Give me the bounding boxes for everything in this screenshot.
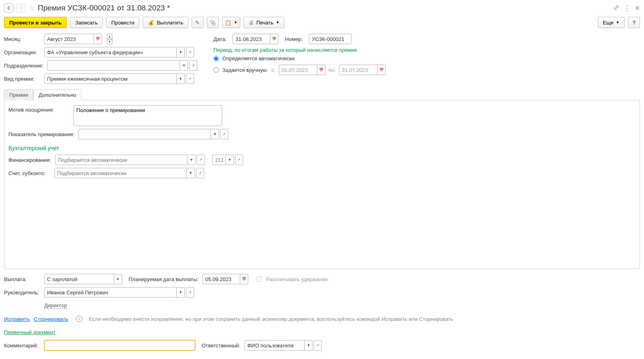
- payment-dropdown-button[interactable]: ▼: [114, 274, 122, 284]
- post-button[interactable]: Провести: [106, 17, 140, 28]
- account-dropdown-button[interactable]: ▼: [187, 168, 195, 178]
- link-icon[interactable]: [613, 4, 619, 12]
- fix-hint: Если необходимо внести исправление, но п…: [89, 316, 453, 322]
- period-from-input: [279, 65, 317, 75]
- motive-textarea[interactable]: [74, 105, 222, 126]
- account-open-button[interactable]: ↗: [196, 168, 204, 178]
- dept-label: Подразделение:: [4, 63, 43, 69]
- calc-deductions-checkbox: [256, 276, 262, 282]
- tab-bonuses[interactable]: Премии: [4, 90, 33, 100]
- tab-bar: Премии Дополнительно: [4, 89, 640, 100]
- date-input[interactable]: [233, 34, 270, 44]
- save-button[interactable]: Записать: [70, 17, 103, 28]
- planned-date-label: Планируемая дата выплаты:: [129, 276, 198, 282]
- favorite-star-icon[interactable]: ☆: [28, 3, 35, 13]
- indicator-dropdown-button[interactable]: ▼: [211, 129, 219, 139]
- primary-doc-link[interactable]: Первичный документ: [4, 329, 55, 335]
- org-label: Организация:: [4, 49, 40, 55]
- period-auto-label: Определяется автоматически: [222, 55, 294, 61]
- responsible-label: Ответственный:: [202, 343, 240, 349]
- clipboard-dropdown-button[interactable]: 📋 ▼: [222, 17, 240, 28]
- responsible-open-button[interactable]: ↗: [314, 340, 322, 351]
- month-down-button[interactable]: ▾: [107, 39, 112, 44]
- period-heading: Период, по итогам работы за который начи…: [213, 47, 385, 53]
- bonus-type-open-button[interactable]: ↗: [186, 73, 194, 84]
- more-button[interactable]: Еще ▼: [598, 17, 625, 28]
- period-to-label: по:: [329, 67, 336, 73]
- org-input[interactable]: [44, 47, 177, 57]
- month-up-button[interactable]: ▴: [107, 34, 112, 39]
- indicator-label: Показатель премирования:: [8, 131, 74, 137]
- kebab-menu-icon[interactable]: ⋮: [624, 4, 631, 12]
- number-input[interactable]: [309, 34, 352, 44]
- period-auto-radio[interactable]: [213, 56, 219, 61]
- account-input[interactable]: [54, 168, 187, 178]
- period-to-input: [339, 65, 378, 75]
- calendar-icon: 📅: [96, 37, 100, 41]
- head-position-link[interactable]: Директор: [44, 302, 67, 309]
- kosgu-dropdown-button[interactable]: ▼: [226, 155, 234, 165]
- responsible-dropdown-button[interactable]: ▼: [305, 340, 313, 351]
- fix-link[interactable]: Исправить: [4, 316, 30, 322]
- payout-icon: 💰: [148, 20, 154, 26]
- printer-icon: 🖨: [249, 20, 254, 26]
- calendar-icon: 📅: [319, 68, 323, 72]
- period-from-label: с:: [272, 67, 276, 73]
- payout-label: Выплатить: [157, 20, 183, 26]
- responsible-input[interactable]: [244, 340, 305, 351]
- nav-forward-button[interactable]: [16, 3, 26, 13]
- financing-dropdown-button[interactable]: ▼: [188, 155, 196, 165]
- head-open-button[interactable]: ↗: [186, 287, 194, 298]
- clipboard-icon: 📋: [225, 20, 231, 26]
- account-label: Счет, субконто:: [8, 170, 50, 176]
- financing-open-button[interactable]: ↗: [197, 155, 205, 165]
- dept-open-button[interactable]: ↗: [189, 60, 197, 71]
- comment-label: Комментарий:: [4, 343, 40, 349]
- payment-input[interactable]: [44, 274, 114, 284]
- bonus-type-input[interactable]: [44, 73, 177, 84]
- more-label: Еще: [603, 20, 613, 26]
- motive-label: Мотив поощрения:: [8, 105, 70, 113]
- post-and-close-button[interactable]: Провести и закрыть: [4, 17, 67, 28]
- head-input[interactable]: [44, 287, 177, 298]
- print-button[interactable]: 🖨 Печать ▼: [243, 17, 285, 28]
- dept-input[interactable]: [47, 60, 180, 71]
- calendar-icon: 📅: [272, 37, 276, 41]
- page-title: Премия УСЗК-000021 от 31.08.2023 *: [38, 4, 611, 12]
- chevron-down-icon: ▼: [616, 20, 619, 24]
- indicator-open-button[interactable]: ↗: [220, 129, 228, 139]
- date-calendar-button[interactable]: 📅: [270, 34, 278, 44]
- pencil-icon: ✎: [195, 20, 200, 26]
- tab-panel-additional: Мотив поощрения: Показатель премирования…: [4, 100, 640, 269]
- help-button[interactable]: ?: [628, 17, 640, 28]
- chevron-down-icon: ▼: [276, 20, 279, 24]
- storno-link[interactable]: Сторнировать: [34, 316, 68, 322]
- comment-input[interactable]: [44, 340, 195, 351]
- attach-button[interactable]: 📎: [207, 17, 219, 28]
- planned-date-calendar-button[interactable]: 📅: [240, 274, 248, 284]
- period-manual-radio[interactable]: [213, 67, 219, 73]
- date-label: Дата:: [213, 36, 229, 42]
- highlight-button[interactable]: ✎: [192, 17, 204, 28]
- kosgu-open-button[interactable]: ↗: [235, 155, 243, 165]
- financing-input[interactable]: [55, 155, 188, 165]
- payout-button[interactable]: 💰 Выплатить: [143, 17, 188, 28]
- month-input[interactable]: [44, 34, 94, 44]
- calendar-icon: 📅: [242, 277, 246, 281]
- period-to-calendar-button: 📅: [378, 65, 386, 75]
- planned-date-input[interactable]: [202, 274, 240, 284]
- nav-back-button[interactable]: [4, 3, 14, 13]
- kosgu-input[interactable]: [212, 155, 226, 165]
- arrow-right-icon: [18, 5, 24, 11]
- bonus-type-dropdown-button[interactable]: ▼: [177, 73, 185, 84]
- head-dropdown-button[interactable]: ▼: [177, 287, 185, 298]
- month-calendar-button[interactable]: 📅: [94, 34, 102, 44]
- calc-deductions-label: Рассчитывать удержания: [266, 276, 327, 282]
- tab-additional[interactable]: Дополнительно: [33, 90, 82, 100]
- org-open-button[interactable]: ↗: [186, 47, 194, 57]
- dept-dropdown-button[interactable]: ▼: [180, 60, 188, 71]
- close-icon[interactable]: ✕: [635, 4, 640, 12]
- indicator-input[interactable]: [78, 129, 211, 139]
- org-dropdown-button[interactable]: ▼: [177, 47, 185, 57]
- info-icon: i: [76, 316, 82, 322]
